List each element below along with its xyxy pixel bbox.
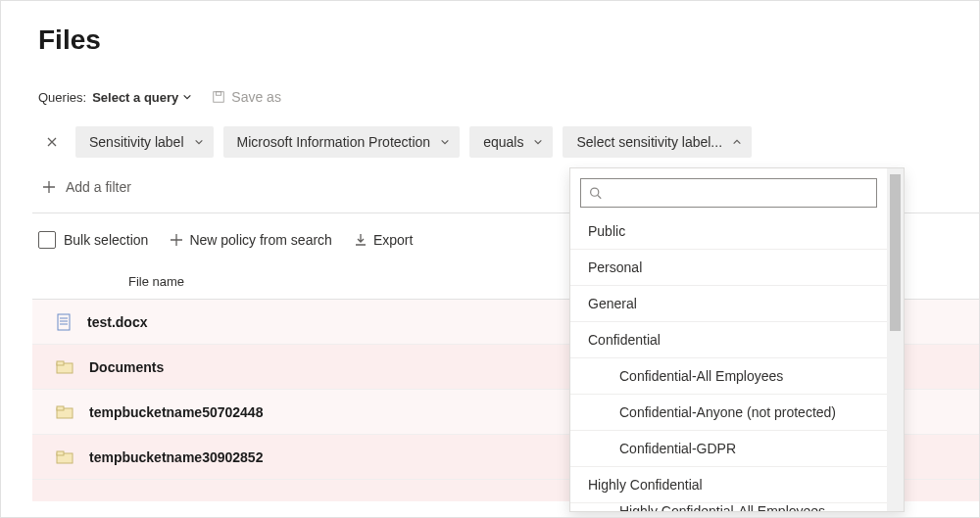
dropdown-item[interactable]: Personal bbox=[570, 250, 887, 286]
dropdown-list: Public Personal General Confidential Con… bbox=[570, 213, 887, 511]
scrollbar-thumb[interactable] bbox=[890, 174, 901, 331]
document-icon bbox=[56, 313, 72, 331]
remove-filter-button[interactable] bbox=[38, 128, 66, 156]
svg-rect-2 bbox=[58, 314, 70, 330]
plus-icon bbox=[170, 233, 183, 247]
svg-rect-11 bbox=[57, 451, 64, 455]
add-filter-label: Add a filter bbox=[66, 179, 131, 195]
dropdown-item[interactable]: Confidential-All Employees bbox=[570, 358, 887, 395]
new-policy-button[interactable]: New policy from search bbox=[170, 232, 332, 248]
queries-selector-text: Select a query bbox=[92, 90, 178, 105]
page-title: Files bbox=[38, 24, 979, 56]
dropdown-item[interactable]: General bbox=[570, 286, 887, 322]
sensitivity-label-dropdown: Public Personal General Confidential Con… bbox=[569, 167, 905, 512]
dropdown-item[interactable]: Confidential-GDPR bbox=[570, 431, 887, 467]
dropdown-item[interactable]: Confidential-Anyone (not protected) bbox=[570, 395, 887, 431]
dropdown-search-input[interactable] bbox=[608, 179, 868, 207]
chevron-down-icon bbox=[182, 92, 192, 102]
svg-line-13 bbox=[598, 195, 601, 198]
folder-icon bbox=[56, 404, 74, 420]
plus-icon bbox=[42, 180, 56, 194]
queries-selector[interactable]: Select a query bbox=[92, 90, 192, 105]
save-icon bbox=[212, 90, 225, 104]
dropdown-item[interactable]: Public bbox=[570, 213, 887, 250]
svg-rect-0 bbox=[214, 92, 224, 103]
filter-scope-label: Microsoft Information Protection bbox=[237, 134, 431, 150]
close-icon bbox=[46, 136, 58, 148]
file-name: Documents bbox=[89, 359, 164, 375]
chevron-down-icon bbox=[440, 137, 450, 147]
file-name: tempbucketname30902852 bbox=[89, 449, 263, 465]
queries-row: Queries: Select a query Save as bbox=[38, 89, 979, 105]
svg-rect-1 bbox=[217, 92, 221, 96]
download-icon bbox=[354, 233, 368, 247]
scrollbar[interactable] bbox=[887, 168, 904, 511]
chevron-down-icon bbox=[533, 137, 543, 147]
save-as-button: Save as bbox=[212, 89, 281, 105]
checkbox-icon[interactable] bbox=[38, 231, 56, 249]
bulk-selection-label: Bulk selection bbox=[64, 232, 148, 248]
new-policy-label: New policy from search bbox=[189, 232, 332, 248]
bulk-selection-button[interactable]: Bulk selection bbox=[38, 231, 148, 249]
save-as-label: Save as bbox=[231, 89, 281, 105]
svg-rect-7 bbox=[57, 361, 64, 365]
filter-value-pill[interactable]: Select sensitivity label... bbox=[563, 126, 752, 158]
dropdown-item[interactable]: Confidential bbox=[570, 322, 887, 358]
queries-label: Queries: bbox=[38, 90, 86, 105]
folder-icon bbox=[56, 449, 74, 465]
filter-scope-pill[interactable]: Microsoft Information Protection bbox=[223, 126, 461, 158]
file-name: tempbucketname50702448 bbox=[89, 404, 263, 420]
export-button[interactable]: Export bbox=[354, 232, 413, 248]
file-name: test.docx bbox=[87, 314, 147, 330]
dropdown-search-box[interactable] bbox=[580, 178, 877, 208]
filter-row: Sensitivity label Microsoft Information … bbox=[38, 126, 979, 158]
filter-field-pill[interactable]: Sensitivity label bbox=[75, 126, 214, 158]
search-icon bbox=[589, 186, 602, 200]
dropdown-item-cutoff: Highly Confidential-All Employees bbox=[570, 503, 887, 511]
filter-operator-pill[interactable]: equals bbox=[469, 126, 553, 158]
filter-operator-label: equals bbox=[483, 134, 523, 150]
export-label: Export bbox=[373, 232, 413, 248]
dropdown-item[interactable]: Highly Confidential bbox=[570, 467, 887, 503]
svg-point-12 bbox=[591, 188, 599, 196]
svg-rect-9 bbox=[57, 406, 64, 410]
chevron-down-icon bbox=[194, 137, 204, 147]
filter-value-label: Select sensitivity label... bbox=[576, 134, 722, 150]
filter-field-label: Sensitivity label bbox=[89, 134, 184, 150]
folder-icon bbox=[56, 359, 74, 375]
chevron-up-icon bbox=[732, 137, 742, 147]
